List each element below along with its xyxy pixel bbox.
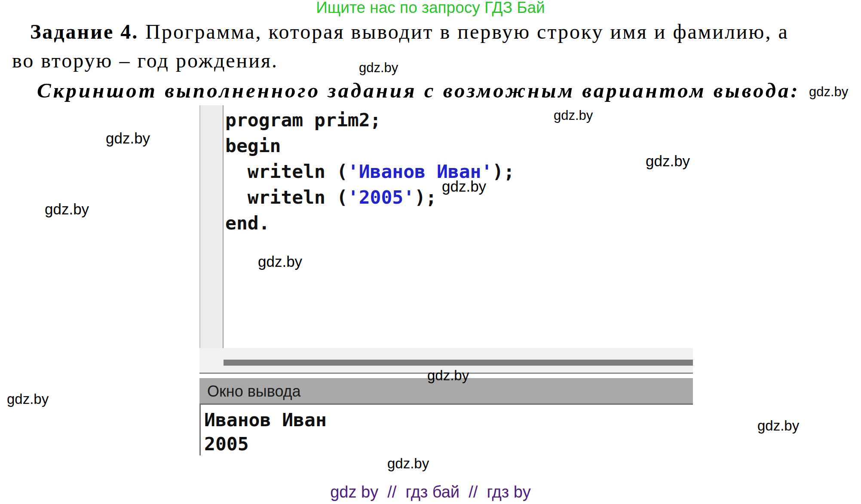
code-text: end. — [225, 212, 270, 234]
code-string-literal: '2005' — [348, 186, 414, 208]
screenshot-caption: Скриншот выполненного задания с возможны… — [37, 78, 800, 103]
gdz-watermark: gdz.by — [45, 201, 89, 218]
output-window-body: Иванов Иван 2005 — [199, 405, 693, 455]
output-text: Иванов Иван 2005 — [201, 405, 693, 456]
editor-content-area: program prim2; begin writeln ('Иванов Ив… — [199, 105, 693, 348]
promo-banner: Ищите нас по запросу ГДЗ Бай — [0, 0, 861, 16]
gdz-watermark: gdz.by — [809, 84, 848, 100]
gdz-watermark: gdz.by — [757, 418, 799, 434]
gdz-watermark: gdz.by — [427, 367, 469, 384]
task-number-label: Задание 4. — [30, 20, 138, 43]
gdz-watermark: gdz.by — [554, 108, 593, 123]
page: Ищите нас по запросу ГДЗ Бай Задание 4.П… — [0, 0, 861, 504]
code-text: ); — [492, 161, 515, 182]
task-line-1: Задание 4.Программа, которая выводит в п… — [12, 17, 861, 46]
gdz-watermark: gdz.by — [646, 153, 690, 170]
output-window: Окно вывода Иванов Иван 2005 — [199, 378, 693, 455]
gdz-watermark: gdz.by — [359, 60, 398, 76]
task-text-line-1: Программа, которая выводит в первую стро… — [145, 20, 788, 43]
code-area: program prim2; begin writeln ('Иванов Ив… — [225, 107, 515, 236]
code-text: program prim2; — [225, 109, 381, 131]
code-text: begin — [225, 135, 281, 156]
task-paragraph: Задание 4.Программа, которая выводит в п… — [12, 17, 861, 75]
code-text: writeln ( — [225, 161, 348, 182]
code-text: ); — [414, 186, 437, 208]
gdz-watermark: gdz.by — [387, 455, 429, 472]
gdz-watermark: gdz.by — [7, 391, 49, 407]
gdz-watermark: gdz.by — [258, 253, 302, 270]
code-text: writeln ( — [225, 186, 348, 208]
scrollbar-thumb[interactable] — [224, 360, 693, 366]
task-text-line-2: во вторую – год рождения. — [12, 46, 861, 75]
output-window-title: Окно вывода — [207, 382, 301, 400]
gdz-watermark: gdz.by — [442, 178, 486, 195]
footer-keywords: gdz by // гдз бай // гдз by — [0, 483, 861, 501]
code-editor-screenshot: program prim2; begin writeln ('Иванов Ив… — [199, 105, 693, 374]
gdz-watermark: gdz.by — [106, 130, 150, 147]
editor-gutter — [199, 105, 224, 348]
